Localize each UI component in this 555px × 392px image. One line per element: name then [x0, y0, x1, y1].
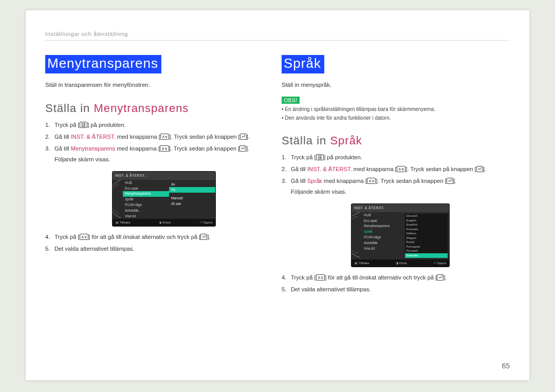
osd-lang: Magyar — [405, 236, 448, 240]
osd-language-list: Deutsch English Español Français Italian… — [405, 214, 448, 258]
steps-list: Tryck på [] på produkten. Gå till INST. … — [45, 120, 273, 254]
h2-prefix: Ställa in — [282, 134, 330, 147]
manual-page: Inställningar och återställning Menytran… — [26, 10, 529, 380]
osd-title: INST. & ÅTERST. — [351, 204, 449, 212]
subsection-stalla-in-sprak: Ställa in Språk — [282, 134, 510, 147]
step-2: Gå till INST. & ÅTERST. med knapparna []… — [282, 164, 510, 174]
osd-move-label: ◑ Flytta — [396, 260, 407, 266]
osd-value-highlighted: På — [169, 187, 215, 193]
obs-badge: OBS! — [282, 97, 300, 104]
up-down-icon — [160, 134, 169, 140]
up-down-icon — [316, 274, 325, 281]
section-title-menytransparens: Menytransparens — [45, 55, 161, 73]
osd-value: 20 sek — [169, 201, 215, 207]
osd-lang: Français — [405, 227, 448, 232]
step-5: Det valda alternativet tillämpas. — [45, 244, 273, 254]
up-down-icon — [397, 166, 405, 172]
divider — [45, 40, 510, 41]
osd-screenshot-menytransparens: INST. & ÅTERST. HUB Eco-spar Menytranspa… — [113, 172, 215, 226]
osd-item-selected: Språk — [362, 229, 405, 235]
up-down-icon — [160, 145, 169, 152]
osd-lang: Português — [405, 245, 448, 249]
osd-footer: ▤ Tillbaka ◑ Flytta ⏎ Öppna — [351, 259, 449, 267]
osd-back-label: ▤ Tillbaka — [116, 220, 130, 225]
h2-accent: Menytransparens — [94, 102, 189, 115]
enter-icon — [200, 234, 207, 240]
intro-text: Ställ in transparensen för menyfönstren. — [45, 81, 273, 89]
osd-item: Språk — [123, 197, 169, 202]
osd-menu-items: HUB Eco-spar Menytransparens Språk PC/AV… — [123, 180, 169, 219]
enter-icon — [240, 134, 247, 140]
step-2: Gå till INST. & ÅTERST. med knapparna []… — [45, 132, 273, 142]
h2-prefix: Ställa in — [45, 102, 94, 115]
up-down-icon — [80, 234, 88, 240]
osd-screenshot-sprak: INST. & ÅTERST. HUB Eco-spar Menytranspa… — [351, 204, 449, 267]
osd-item-highlighted: Menytransparens — [123, 191, 169, 197]
link-inst-aterst: INST. & ÅTERST. — [307, 166, 352, 172]
osd-lang: Español — [405, 222, 448, 227]
osd-lang: Deutsch — [405, 214, 448, 218]
step-3-sub: Följande skärm visas. — [291, 187, 510, 197]
step-3-sub: Följande skärm visas. — [54, 155, 273, 164]
osd-arc-decoration — [351, 212, 362, 259]
menu-icon — [80, 122, 87, 128]
osd-open-label: ⏎ Öppna — [433, 260, 446, 266]
step-1: Tryck på [] på produkten. — [282, 153, 510, 162]
osd-value: Av — [169, 181, 215, 187]
osd-arc-decoration — [113, 180, 123, 219]
osd-item: Eco-spar — [362, 218, 405, 223]
left-column: Menytransparens Ställ in transparensen f… — [45, 55, 273, 294]
step-3: Gå till Menytransparens med knapparna []… — [45, 144, 273, 226]
osd-lang: Русский — [405, 249, 448, 254]
obs-note: Den används inte för andra funktioner i … — [282, 115, 510, 122]
subsection-stalla-in-menytransparens: Ställa in Menytransparens — [45, 102, 273, 115]
menu-icon — [316, 154, 324, 160]
osd-open-label: ⏎ Öppna — [199, 220, 212, 225]
osd-item: Visa tid — [123, 213, 169, 219]
steps-list: Tryck på [] på produkten. Gå till INST. … — [282, 153, 510, 294]
step-3: Gå till Språk med knapparna []. Tryck se… — [282, 176, 510, 267]
osd-menu-values: Av På Manuell 20 sek — [169, 180, 215, 219]
up-down-icon — [367, 178, 376, 184]
osd-item: Autokälla — [123, 208, 169, 213]
osd-item: Menytransparens — [362, 223, 405, 229]
osd-item: HUB — [123, 180, 169, 185]
osd-adjust-label: ◑ Ändra — [159, 220, 171, 225]
link-inst-aterst: INST. & ÅTERST. — [71, 134, 116, 140]
intro-text: Ställ in menyspråk. — [282, 81, 510, 89]
step-1: Tryck på [] på produkten. — [45, 120, 273, 130]
osd-menu-items: HUB Eco-spar Menytransparens Språk PC/AV… — [362, 212, 405, 259]
osd-value: Manuell — [169, 196, 215, 201]
osd-lang: Italiano — [405, 232, 448, 236]
obs-notes: En ändring i språkinställningen tillämpa… — [282, 106, 510, 122]
osd-item: Eco-spar — [123, 185, 169, 191]
link-menytransparens: Menytransparens — [71, 145, 115, 152]
obs-note: En ändring i språkinställningen tillämpa… — [282, 106, 510, 113]
osd-item: Visa tid — [362, 246, 405, 251]
osd-item: HUB — [362, 212, 405, 218]
osd-back-label: ▤ Tillbaka — [355, 260, 369, 266]
osd-lang-highlighted: Svenska — [405, 253, 448, 258]
right-column: Språk Ställ in menyspråk. OBS! En ändrin… — [282, 55, 510, 294]
breadcrumb: Inställningar och återställning — [45, 31, 510, 37]
enter-icon — [447, 178, 453, 184]
link-sprak: Språk — [307, 178, 322, 184]
page-number: 65 — [502, 362, 510, 370]
enter-icon — [476, 166, 483, 172]
enter-icon — [239, 145, 246, 152]
osd-item: PC/AV-läge — [362, 234, 405, 240]
step-4: Tryck på [] för att gå till önskat alter… — [45, 232, 273, 242]
osd-item: PC/AV-läge — [123, 202, 169, 208]
osd-footer: ▤ Tillbaka ◑ Ändra ⏎ Öppna — [113, 219, 215, 226]
enter-icon — [437, 274, 443, 281]
osd-lang: Polski — [405, 240, 448, 245]
osd-lang: English — [405, 218, 448, 223]
step-5: Det valda alternativet tillämpas. — [282, 285, 510, 294]
section-title-sprak: Språk — [282, 55, 324, 73]
step-4: Tryck på [] för att gå till önskat alter… — [282, 273, 510, 283]
osd-title: INST. & ÅTERST. — [113, 172, 215, 180]
osd-item: Autokälla — [362, 240, 405, 246]
h2-accent: Språk — [330, 134, 362, 147]
